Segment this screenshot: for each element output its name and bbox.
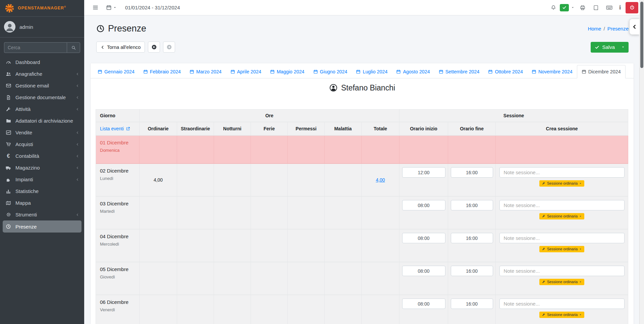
book-icon[interactable] bbox=[593, 5, 599, 11]
orario-fine-input[interactable] bbox=[451, 233, 493, 243]
create-session-button[interactable]: Sessione ordinaria bbox=[539, 312, 584, 318]
orario-inizio-input[interactable] bbox=[402, 233, 445, 243]
side-panel-toggle[interactable] bbox=[630, 19, 640, 35]
cell-straordinarie bbox=[177, 230, 214, 262]
sidebar-item-gestione-email[interactable]: Gestione email bbox=[0, 80, 84, 91]
chevron-left-icon bbox=[76, 213, 79, 216]
sidebar-item-presenze[interactable]: Presenze bbox=[3, 220, 82, 233]
note-sessione-input[interactable] bbox=[499, 167, 625, 178]
caret-down-icon bbox=[579, 281, 582, 283]
date-range[interactable]: 01/01/2024 - 31/12/2024 bbox=[125, 5, 180, 10]
tab-luglio-2024[interactable]: Luglio 2024 bbox=[352, 65, 392, 78]
tab-dicembre-2024[interactable]: Dicembre 2024 bbox=[577, 65, 626, 78]
breadcrumb-home-link[interactable]: Home bbox=[588, 26, 601, 31]
employee-name: Stefano Bianchi bbox=[341, 83, 395, 92]
header-crea-sessione: Crea sessione bbox=[496, 122, 628, 136]
tab-giugno-2024[interactable]: Giugno 2024 bbox=[309, 65, 352, 78]
sidebar-item-contabilita[interactable]: € Contabilità bbox=[0, 150, 84, 162]
create-session-button[interactable]: Sessione ordinaria bbox=[539, 180, 584, 187]
orario-fine-input[interactable] bbox=[451, 299, 493, 309]
user-panel[interactable]: admin bbox=[0, 17, 84, 38]
brand-name: OpenSTAManager® bbox=[18, 6, 66, 10]
orario-inizio-input[interactable] bbox=[402, 167, 445, 178]
totale-link[interactable]: 4,00 bbox=[376, 177, 385, 183]
note-sessione-input[interactable] bbox=[499, 200, 625, 210]
tab-gennaio-2024[interactable]: Gennaio 2024 bbox=[93, 65, 139, 78]
note-sessione-input[interactable] bbox=[499, 299, 625, 309]
logout-power-button[interactable] bbox=[626, 2, 638, 13]
keyboard-icon[interactable] bbox=[606, 4, 613, 11]
hamburger-menu-icon[interactable] bbox=[92, 4, 99, 11]
sidebar-item-impianti[interactable]: Impianti bbox=[0, 174, 84, 185]
search-button[interactable] bbox=[67, 42, 80, 53]
sidebar-item-mappa[interactable]: Mappa bbox=[0, 197, 84, 209]
create-session-label: Sessione ordinaria bbox=[547, 214, 578, 218]
sidebar-item-label: Magazzino bbox=[15, 165, 40, 171]
save-button[interactable]: Salva bbox=[591, 42, 629, 53]
scrollbar-thumb[interactable] bbox=[640, 2, 643, 68]
caret-down-icon[interactable] bbox=[622, 46, 625, 49]
tab-novembre-2024[interactable]: Novembre 2024 bbox=[527, 65, 577, 78]
tab-label: Dicembre 2024 bbox=[588, 69, 621, 74]
page-title: Presenze bbox=[108, 23, 146, 34]
shopping-cart-icon bbox=[5, 141, 12, 147]
sidebar-item-strumenti[interactable]: Strumenti bbox=[0, 209, 84, 220]
orario-fine-input[interactable] bbox=[451, 200, 493, 210]
tab-aprile-2024[interactable]: Aprile 2024 bbox=[226, 65, 266, 78]
tab-label: Giugno 2024 bbox=[320, 69, 347, 74]
vertical-scrollbar bbox=[639, 0, 644, 324]
sidebar-item-adattatori-archiviazione[interactable]: Adattatori di archiviazione bbox=[0, 115, 84, 127]
create-session-button[interactable]: Sessione ordinaria bbox=[539, 213, 584, 219]
calendar-dropdown[interactable] bbox=[106, 5, 116, 10]
sidebar-item-label: Strumenti bbox=[15, 212, 37, 217]
print-icon[interactable] bbox=[580, 5, 586, 11]
previous-record-button[interactable] bbox=[148, 42, 160, 53]
tab-febbraio-2024[interactable]: Febbraio 2024 bbox=[139, 65, 185, 78]
tab-marzo-2024[interactable]: Marzo 2024 bbox=[185, 65, 226, 78]
orario-fine-input[interactable] bbox=[451, 167, 493, 178]
orario-inizio-input[interactable] bbox=[402, 200, 445, 210]
search-input[interactable] bbox=[4, 42, 67, 53]
tab-settembre-2024[interactable]: Settembre 2024 bbox=[434, 65, 484, 78]
weekday-label: Martedì bbox=[100, 209, 135, 214]
cell-ordinarie bbox=[140, 262, 177, 295]
next-record-button[interactable] bbox=[163, 42, 175, 53]
sidebar-item-vendite[interactable]: Vendite bbox=[0, 127, 84, 138]
employee-header: Stefano Bianchi bbox=[91, 82, 634, 94]
sidebar-item-anagrafiche[interactable]: Anagrafiche bbox=[0, 68, 84, 80]
lista-eventi-link[interactable]: Lista eventi bbox=[100, 126, 130, 131]
cell-permessi bbox=[288, 136, 325, 164]
cell-orario-fine bbox=[448, 262, 496, 295]
orario-inizio-input[interactable] bbox=[402, 266, 445, 276]
create-session-button[interactable]: Sessione ordinaria bbox=[539, 246, 584, 252]
create-session-button[interactable]: Sessione ordinaria bbox=[539, 279, 584, 285]
brand[interactable]: OSM OpenSTAManager® bbox=[0, 0, 84, 17]
tab-label: Settembre 2024 bbox=[445, 69, 480, 74]
orario-fine-input[interactable] bbox=[451, 266, 493, 276]
tab-agosto-2024[interactable]: Agosto 2024 bbox=[392, 65, 434, 78]
tab-ottobre-2024[interactable]: Ottobre 2024 bbox=[484, 65, 527, 78]
info-icon[interactable]: i bbox=[619, 4, 621, 11]
breadcrumb-presenze-link[interactable]: Presenze bbox=[607, 26, 629, 31]
sidebar-item-gestione-documentale[interactable]: Gestione documentale bbox=[0, 91, 84, 103]
tab-maggio-2024[interactable]: Maggio 2024 bbox=[266, 65, 309, 78]
bell-icon[interactable] bbox=[550, 5, 556, 11]
folder-icon bbox=[5, 118, 12, 124]
note-sessione-input[interactable] bbox=[499, 233, 625, 243]
sidebar-item-attivita[interactable]: Attività bbox=[0, 103, 84, 115]
sidebar-item-acquisti[interactable]: Acquisti bbox=[0, 138, 84, 150]
sidebar-item-magazzino[interactable]: Magazzino bbox=[0, 162, 84, 174]
note-sessione-input[interactable] bbox=[499, 266, 625, 276]
puzzle-icon bbox=[5, 177, 12, 182]
cell-totale: 4,00 bbox=[362, 164, 399, 197]
table-row-06-dicembre: 06 DicembreVenerdì bbox=[96, 295, 628, 324]
sidebar-item-statistiche[interactable]: Statistiche bbox=[0, 185, 84, 197]
calendar-icon bbox=[190, 69, 194, 74]
cell-day: 04 DicembreMercoledì bbox=[96, 230, 140, 262]
orario-inizio-input[interactable] bbox=[402, 299, 445, 309]
sidebar-item-dashboard[interactable]: Dashboard bbox=[0, 56, 84, 68]
header-giorno: Giorno bbox=[96, 110, 140, 122]
back-to-list-button[interactable]: Torna all'elenco bbox=[96, 42, 145, 53]
caret-down-icon[interactable] bbox=[571, 6, 574, 9]
status-check-button[interactable] bbox=[560, 4, 569, 11]
